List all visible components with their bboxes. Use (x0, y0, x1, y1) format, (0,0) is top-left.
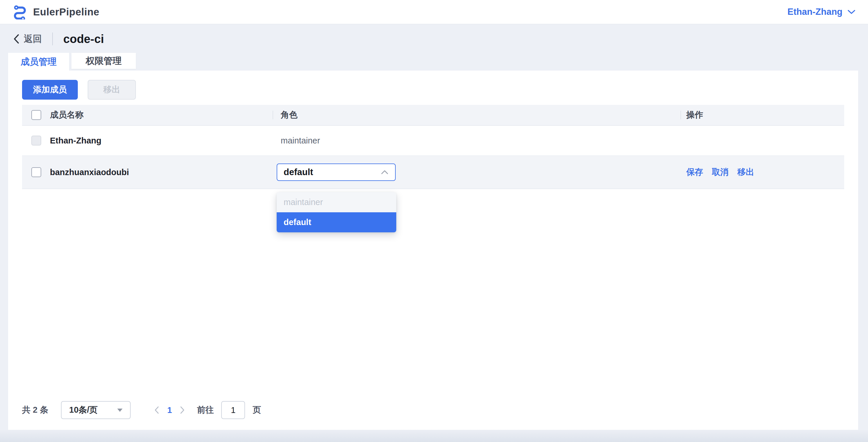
row-checkbox-disabled (31, 136, 41, 146)
tab-permission-management[interactable]: 权限管理 (71, 53, 136, 69)
member-name: Ethan-Zhang (50, 136, 273, 146)
table-row: Ethan-Zhang maintainer (22, 126, 844, 156)
select-all-checkbox[interactable] (31, 110, 41, 120)
breadcrumb-divider (52, 32, 53, 45)
role-option-default[interactable]: default (277, 212, 396, 232)
members-table: 成员名称 角色 操作 Ethan-Zhang maintainer (22, 105, 844, 189)
app-title: EulerPipeline (33, 6, 99, 18)
column-header-role: 角色 (273, 109, 680, 121)
user-name: Ethan-Zhang (787, 7, 842, 17)
breadcrumb: 返回 code-ci (13, 31, 856, 47)
bottom-strip (0, 430, 868, 442)
column-divider (273, 111, 273, 119)
member-name: banzhuanxiaodoubi (50, 168, 273, 177)
brand: EulerPipeline (12, 4, 99, 20)
next-page-button[interactable] (175, 406, 189, 414)
tab-member-management[interactable]: 成员管理 (8, 53, 69, 70)
column-header-ops: 操作 (680, 105, 844, 125)
chevron-left-icon (13, 34, 20, 44)
chevron-up-icon (380, 170, 389, 175)
total-count: 共 2 条 (22, 404, 48, 416)
role-dropdown-panel: maintainer default (277, 192, 396, 232)
member-role: maintainer (281, 136, 320, 146)
back-label: 返回 (24, 33, 42, 45)
back-button[interactable]: 返回 (13, 33, 42, 45)
role-edit-cell: default maintainer default (273, 164, 680, 181)
tab-bar: 成员管理 权限管理 (8, 53, 858, 70)
role-select-value: default (284, 167, 313, 177)
table-header-row: 成员名称 角色 操作 (22, 105, 844, 126)
page-size-value: 10条/页 (69, 404, 97, 416)
remove-members-button[interactable]: 移出 (88, 80, 136, 99)
table-row: banzhuanxiaodoubi default maintainer def… (22, 156, 844, 189)
pagination: 共 2 条 10条/页 1 前往 页 (22, 401, 261, 419)
role-select[interactable]: default (277, 164, 396, 181)
page-number-1[interactable]: 1 (164, 405, 175, 415)
user-menu[interactable]: Ethan-Zhang (787, 7, 856, 17)
pipeline-logo-icon (12, 4, 27, 20)
page-size-select[interactable]: 10条/页 (61, 401, 131, 419)
goto-page-input[interactable] (221, 401, 245, 419)
chevron-down-icon (847, 9, 856, 15)
caret-down-icon (117, 409, 123, 412)
save-link[interactable]: 保存 (686, 167, 703, 178)
column-header-name: 成员名称 (50, 109, 273, 121)
column-divider (680, 111, 681, 119)
remove-link[interactable]: 移出 (737, 167, 754, 178)
role-option-maintainer[interactable]: maintainer (277, 192, 396, 212)
page-title: code-ci (63, 32, 104, 46)
toolbar: 添加成员 移出 (22, 80, 844, 99)
member-management-panel: 添加成员 移出 成员名称 角色 操作 Ethan-Zhang (8, 70, 858, 435)
top-header: EulerPipeline Ethan-Zhang (0, 0, 868, 24)
row-actions: 保存 取消 移出 (680, 167, 844, 178)
add-member-button[interactable]: 添加成员 (22, 80, 78, 99)
prev-page-button[interactable] (150, 406, 164, 414)
row-checkbox[interactable] (31, 167, 41, 177)
page-unit-label: 页 (253, 404, 261, 416)
cancel-link[interactable]: 取消 (712, 167, 728, 178)
goto-label: 前往 (197, 404, 214, 416)
